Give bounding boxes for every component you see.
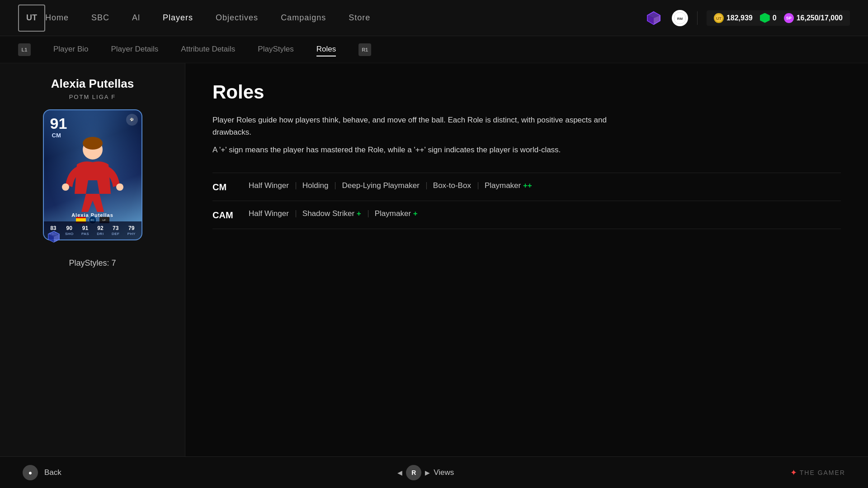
right-panel: Roles Player Roles guide how players thi… xyxy=(185,63,868,456)
gem-icon xyxy=(645,9,663,27)
tokens-display: 0 xyxy=(760,13,777,23)
svg-point-9 xyxy=(62,183,69,191)
nav-store[interactable]: Store xyxy=(349,13,370,23)
svg-text:UT: UT xyxy=(716,16,722,21)
stat-dri: 92 xyxy=(97,225,103,231)
tab-player-bio[interactable]: Player Bio xyxy=(53,43,88,56)
currency-display: UT 182,939 0 SP 16,250/17,000 xyxy=(707,10,850,26)
watermark-text: THE GAMER xyxy=(800,469,845,476)
role-items-cam: Half Winger Shadow Striker + Playmaker + xyxy=(249,209,431,218)
game-logo: UT xyxy=(18,5,45,32)
watermark-area: ✦ THE GAMER xyxy=(790,468,845,478)
bottom-left-controls: ● Back xyxy=(23,465,61,480)
roles-description-1: Player Roles guide how players think, be… xyxy=(212,114,619,138)
top-navigation: UT Home SBC Al Players Objectives Campai… xyxy=(0,0,868,36)
views-control: ◀ R ▶ Views xyxy=(397,465,454,480)
nav-right-section: RM UT 182,939 0 SP 16,250/17,000 xyxy=(645,9,850,27)
nav-sbc[interactable]: SBC xyxy=(91,13,109,23)
role-item-dlp: Deep-Lying Playmaker xyxy=(342,181,433,190)
roles-row-cam: CAM Half Winger Shadow Striker + Playmak… xyxy=(212,201,841,229)
role-item-holding: Holding xyxy=(302,181,342,190)
left-panel: Alexia Putellas POTM LIGA F 91 CM ⚽ xyxy=(0,63,185,456)
roles-row-cm: CM Half Winger Holding Deep-Lying Playma… xyxy=(212,173,841,201)
role-position-cm: CM xyxy=(212,181,249,192)
coin-icon: UT xyxy=(714,13,724,23)
role-item-playmaker-cm: Playmaker ++ xyxy=(485,181,546,190)
nav-campaigns[interactable]: Campaigns xyxy=(281,13,326,23)
sp-icon: SP xyxy=(784,13,794,23)
bottom-bar: ● Back ◀ R ▶ Views ✦ THE GAMER xyxy=(0,456,868,488)
role-item-half-winger-cam: Half Winger xyxy=(249,209,302,218)
coins-display: UT 182,939 xyxy=(714,13,753,23)
nav-links: Home SBC Al Players Objectives Campaigns… xyxy=(45,13,645,23)
nav-home[interactable]: Home xyxy=(45,13,69,23)
role-items-cm: Half Winger Holding Deep-Lying Playmaker… xyxy=(249,181,546,190)
tab-player-details[interactable]: Player Details xyxy=(111,43,158,56)
svg-point-11 xyxy=(83,137,103,150)
tab-hint-right: R1 xyxy=(359,43,371,56)
tab-bar: L1 Player Bio Player Details Attribute D… xyxy=(0,36,868,63)
nav-al[interactable]: Al xyxy=(132,13,140,23)
svg-text:RM: RM xyxy=(677,17,683,21)
role-item-playmaker-cam: Playmaker + xyxy=(375,209,431,218)
sp-value: 16,250/17,000 xyxy=(797,14,843,22)
back-button-icon[interactable]: ● xyxy=(23,465,38,480)
roles-description-2: A '+' sign means the player has mastered… xyxy=(212,144,619,156)
playmaker-cm-plus: ++ xyxy=(523,181,532,190)
nav-divider xyxy=(697,11,698,25)
playmaker-cam-plus: + xyxy=(413,209,418,218)
role-item-shadow-striker: Shadow Striker + xyxy=(302,209,375,218)
views-button-label[interactable]: Views xyxy=(434,468,454,477)
player-card: 91 CM ⚽ xyxy=(43,109,142,240)
nav-players[interactable]: Players xyxy=(163,13,193,23)
special-badge-icon xyxy=(47,230,60,245)
roles-table: CM Half Winger Holding Deep-Lying Playma… xyxy=(212,173,841,229)
tab-playstyles[interactable]: PlayStyles xyxy=(258,43,293,56)
coins-value: 182,939 xyxy=(726,14,753,22)
role-position-cam: CAM xyxy=(212,209,249,221)
stat-phy: 79 xyxy=(128,225,134,231)
playstyles-count: PlayStyles: 7 xyxy=(69,258,116,268)
token-icon xyxy=(760,13,770,23)
watermark-icon: ✦ xyxy=(790,468,797,478)
card-rating: 91 xyxy=(50,116,67,131)
nav-objectives[interactable]: Objectives xyxy=(216,13,258,23)
role-item-half-winger-cm: Half Winger xyxy=(249,181,302,190)
roles-title: Roles xyxy=(212,81,841,103)
club-badge: RM xyxy=(672,10,688,26)
stat-def: 73 xyxy=(113,225,118,231)
main-content: Alexia Putellas POTM LIGA F 91 CM ⚽ xyxy=(0,63,868,456)
shadow-striker-plus: + xyxy=(357,209,361,218)
views-arrow-left[interactable]: ◀ xyxy=(397,469,402,476)
tokens-value: 0 xyxy=(773,14,777,22)
stat-sho: 90 xyxy=(66,225,72,231)
player-name: Alexia Putellas xyxy=(51,77,134,91)
views-button-icon[interactable]: R xyxy=(406,465,421,480)
tab-hint-left: L1 xyxy=(18,43,31,56)
role-item-btb: Box-to-Box xyxy=(433,181,485,190)
back-button-label[interactable]: Back xyxy=(44,468,61,477)
sp-display: SP 16,250/17,000 xyxy=(784,13,843,23)
svg-point-10 xyxy=(116,183,123,191)
stat-pas: 91 xyxy=(82,225,88,231)
tab-roles[interactable]: Roles xyxy=(316,43,336,56)
views-arrow-right[interactable]: ▶ xyxy=(425,469,430,476)
tab-attribute-details[interactable]: Attribute Details xyxy=(181,43,235,56)
player-type: POTM LIGA F xyxy=(69,94,116,100)
